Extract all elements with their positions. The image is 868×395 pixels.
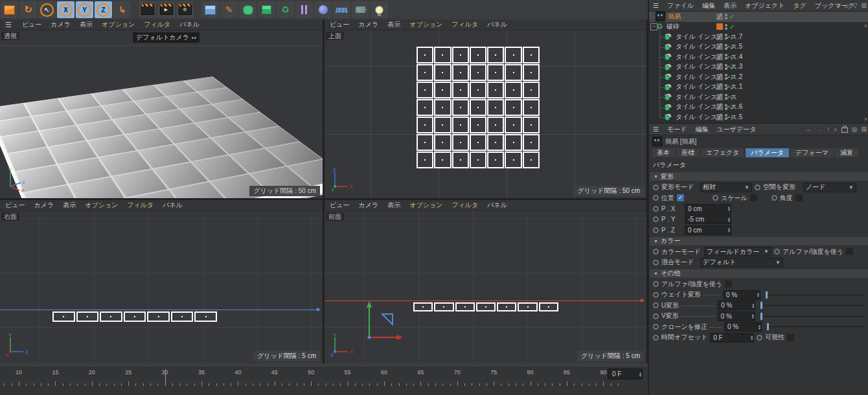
tile[interactable] (434, 99, 451, 116)
frame-stepper[interactable]: ▴▾ (639, 372, 642, 377)
move-gizmo[interactable] (360, 297, 412, 349)
tile[interactable] (487, 117, 504, 133)
tile[interactable] (417, 82, 433, 98)
live-selection-icon[interactable]: ↖ (38, 1, 56, 18)
tile[interactable] (417, 99, 433, 116)
tile[interactable] (505, 82, 521, 98)
home-icon[interactable]: ⌂ (845, 2, 849, 9)
viewport-menu-パネル[interactable]: パネル (487, 201, 507, 210)
object-row[interactable]: タイル インスタンス.2╱✓ (649, 72, 868, 82)
render-view-icon[interactable] (139, 1, 156, 18)
anim-dot[interactable] (653, 195, 659, 201)
enabled-check-icon[interactable]: ✓ (729, 73, 735, 80)
z-axis-lock-button[interactable]: Z (95, 1, 112, 18)
mograph-icon[interactable]: ♻ (277, 1, 294, 18)
tile[interactable] (487, 47, 504, 63)
y-axis-lock-button[interactable]: Y (76, 1, 93, 18)
anim-dot[interactable] (653, 216, 659, 222)
viewport-top[interactable]: ビューカメラ表示オプションフィルタパネル ✚↕↻▣ 上面 Z X Y グリッド間… (325, 19, 646, 198)
fix-clone-field[interactable]: 0 %▴▾ (724, 322, 762, 332)
coordinate-system-icon[interactable]: ↳ (113, 1, 131, 18)
tile[interactable] (470, 117, 486, 133)
tile[interactable] (487, 134, 504, 151)
py-field[interactable]: -5 cm▴▾ (685, 214, 731, 224)
anim-dot[interactable] (653, 249, 659, 254)
tile[interactable] (487, 82, 504, 98)
edit-toggle-icon[interactable]: ╱ (716, 94, 723, 100)
layer-color-chip[interactable] (716, 23, 723, 30)
menu-icon[interactable]: ☰ (5, 21, 12, 29)
deformer-icon[interactable] (295, 1, 313, 18)
tile[interactable] (505, 117, 521, 133)
viewport-menu-フィルタ[interactable]: フィルタ (451, 201, 478, 210)
anim-dot[interactable] (771, 195, 777, 201)
tile[interactable] (505, 47, 521, 63)
time-offset-field[interactable]: 0 F▴▾ (710, 333, 754, 343)
tile[interactable] (124, 311, 146, 322)
viewport-menu-表示[interactable]: 表示 (387, 20, 400, 29)
anim-dot[interactable] (713, 195, 718, 201)
weight-field[interactable]: 0 %▴▾ (723, 290, 760, 300)
tile[interactable] (452, 99, 469, 116)
edit-toggle-icon[interactable]: ╱ (716, 104, 723, 110)
tile-grid[interactable] (417, 47, 540, 168)
visibility-dots[interactable] (725, 14, 727, 19)
lock-icon[interactable] (841, 128, 848, 133)
object-row[interactable]: −♻破砕✓ (649, 22, 868, 32)
tile[interactable] (470, 134, 486, 151)
edit-toggle-icon[interactable]: ╱ (716, 114, 723, 120)
viewport-menu-フィルタ[interactable]: フィルタ (127, 201, 154, 210)
viewport-menu-表示[interactable]: 表示 (63, 201, 76, 210)
viewport-menu-パネル[interactable]: パネル (487, 20, 507, 29)
viewport-menu-フィルタ[interactable]: フィルタ (144, 20, 170, 29)
tile[interactable] (487, 99, 504, 116)
move-tool-icon[interactable] (1, 1, 18, 18)
tile[interactable] (539, 302, 558, 311)
edit-toggle-icon[interactable]: ╱ (716, 34, 723, 40)
viewport-menu-ビュー[interactable]: ビュー (330, 201, 349, 210)
anim-dot[interactable] (774, 249, 780, 254)
anim-dot[interactable] (653, 185, 659, 190)
viewport-menu-オプション[interactable]: オプション (85, 201, 118, 210)
viewport-menu-カメラ[interactable]: カメラ (358, 20, 378, 29)
rotate-tool-icon[interactable]: ↻ (19, 1, 37, 18)
visibility-dots[interactable] (725, 104, 727, 110)
menu-表示[interactable]: 表示 (724, 1, 737, 10)
filter-icon[interactable]: ▽ (852, 2, 858, 9)
visibility-dots[interactable] (725, 34, 727, 40)
tile[interactable] (417, 152, 433, 168)
primitive-cube-icon[interactable] (201, 1, 219, 18)
tile[interactable] (434, 117, 451, 133)
timeline[interactable]: 1015202530354045505560657075808590 0 F ▴… (0, 363, 648, 395)
viewport-menu-ビュー[interactable]: ビュー (22, 20, 41, 29)
tile[interactable] (434, 64, 451, 81)
anim-dot[interactable] (653, 302, 659, 308)
tile[interactable] (434, 134, 451, 151)
anim-dot[interactable] (757, 335, 762, 341)
timeline-ruler[interactable]: 1015202530354045505560657075808590 (0, 368, 609, 387)
tile[interactable] (452, 152, 469, 168)
visibility-dots[interactable] (725, 24, 727, 30)
tile-row[interactable] (52, 311, 217, 322)
tile[interactable] (434, 47, 451, 63)
enabled-check-icon[interactable]: ✓ (729, 13, 735, 20)
tab-エフェクタ[interactable]: エフェクタ (701, 148, 744, 157)
tile[interactable] (194, 311, 217, 322)
tile[interactable] (476, 302, 496, 311)
tile[interactable] (452, 134, 469, 151)
scale-checkbox[interactable] (750, 194, 757, 201)
light-icon[interactable] (371, 1, 388, 18)
enabled-check-icon[interactable]: ✓ (729, 93, 735, 100)
tile[interactable] (470, 152, 486, 168)
anim-dot[interactable] (653, 335, 659, 341)
object-row[interactable]: タイル インスタンス.7╱✓ (649, 32, 868, 42)
tile[interactable] (100, 311, 122, 322)
edit-toggle-icon[interactable]: ╱ (716, 14, 723, 20)
volume-icon[interactable] (258, 1, 275, 18)
object-row[interactable]: タイル インスタンス.5╱✓ (649, 112, 868, 122)
anim-dot[interactable] (755, 185, 760, 190)
v-deform-slider[interactable] (760, 313, 867, 320)
tab-デフォーマ[interactable]: デフォーマ (790, 148, 834, 157)
pz-field[interactable]: 0 cm▴▾ (685, 225, 731, 235)
group-color[interactable]: ▼ カラー (650, 237, 868, 245)
